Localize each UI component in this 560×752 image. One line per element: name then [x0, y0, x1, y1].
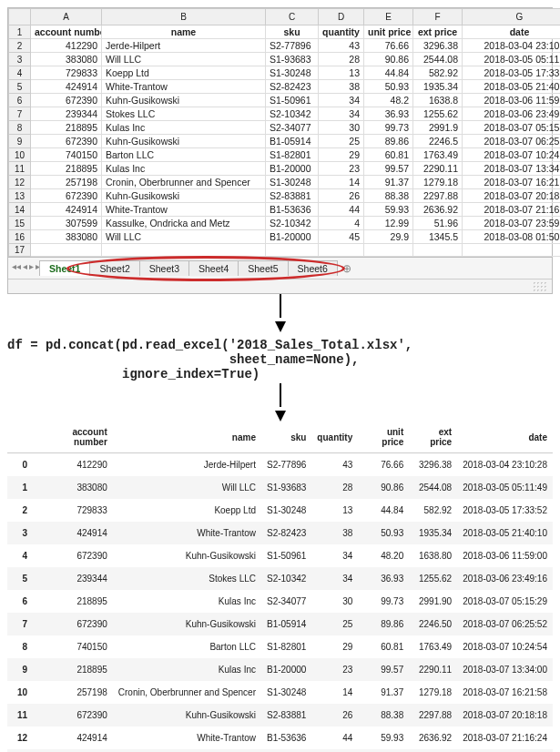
cell[interactable]: 99.57: [364, 162, 413, 176]
row-header[interactable]: 3: [9, 53, 31, 66]
cell[interactable]: 43: [319, 39, 364, 53]
cell[interactable]: 99.73: [364, 121, 413, 135]
cell[interactable]: 672390: [31, 135, 102, 148]
add-sheet-icon[interactable]: ⊕: [342, 262, 351, 275]
row-header[interactable]: 11: [9, 162, 31, 176]
cell[interactable]: 60.81: [364, 148, 413, 162]
cell[interactable]: 2636.92: [413, 203, 463, 217]
cell[interactable]: [463, 244, 561, 257]
cell[interactable]: 25: [319, 135, 364, 148]
cell[interactable]: 740150: [31, 148, 102, 162]
cell[interactable]: 1279.18: [413, 176, 463, 189]
cell[interactable]: 38: [319, 80, 364, 94]
cell[interactable]: 1345.5: [413, 230, 463, 244]
header-cell[interactable]: name: [102, 25, 266, 39]
cell[interactable]: 26: [319, 189, 364, 203]
cell[interactable]: 50.93: [364, 80, 413, 94]
col-header-E[interactable]: E: [364, 9, 413, 25]
cell[interactable]: B1-05914: [266, 135, 319, 148]
header-cell[interactable]: account number: [31, 25, 102, 39]
cell[interactable]: S2-10342: [266, 107, 319, 121]
cell[interactable]: 239344: [31, 107, 102, 121]
cell[interactable]: [364, 244, 413, 257]
row-header[interactable]: 13: [9, 189, 31, 203]
row-header[interactable]: 8: [9, 121, 31, 135]
cell[interactable]: 3296.38: [413, 39, 463, 53]
sheet-tab[interactable]: Sheet2: [89, 260, 139, 276]
cell[interactable]: [413, 244, 463, 257]
cell[interactable]: 412290: [31, 39, 102, 53]
cell[interactable]: 2018-03-05 05:11:49: [463, 53, 561, 66]
row-header[interactable]: 15: [9, 217, 31, 230]
cell[interactable]: 51.96: [413, 217, 463, 230]
cell[interactable]: 1255.62: [413, 107, 463, 121]
cell[interactable]: 2018-03-06 11:59:00: [463, 94, 561, 107]
sheet-tab[interactable]: Sheet3: [139, 260, 189, 276]
header-cell[interactable]: unit price: [364, 25, 413, 39]
cell[interactable]: 729833: [31, 66, 102, 80]
cell[interactable]: S1-82801: [266, 148, 319, 162]
cell[interactable]: 2018-03-07 10:24:54: [463, 148, 561, 162]
cell[interactable]: Kuhn-Gusikowski: [102, 189, 266, 203]
cell[interactable]: 90.86: [364, 53, 413, 66]
cell[interactable]: Koepp Ltd: [102, 66, 266, 80]
row-header[interactable]: 14: [9, 203, 31, 217]
cell[interactable]: 307599: [31, 217, 102, 230]
row-header[interactable]: 2: [9, 39, 31, 53]
cell[interactable]: 2018-03-04 23:10:28: [463, 39, 561, 53]
row-header[interactable]: 12: [9, 176, 31, 189]
cell[interactable]: 34: [319, 107, 364, 121]
cell[interactable]: 23: [319, 162, 364, 176]
cell[interactable]: 30: [319, 121, 364, 135]
cell[interactable]: 2018-03-07 16:21:58: [463, 176, 561, 189]
cell[interactable]: 2018-03-07 23:59:26: [463, 217, 561, 230]
cell[interactable]: 4: [319, 217, 364, 230]
col-header-A[interactable]: A: [31, 9, 102, 25]
header-cell[interactable]: ext price: [413, 25, 463, 39]
cell[interactable]: Kulas Inc: [102, 121, 266, 135]
cell[interactable]: S1-93683: [266, 53, 319, 66]
cell[interactable]: S2-10342: [266, 217, 319, 230]
cell[interactable]: 383080: [31, 230, 102, 244]
cell[interactable]: 2018-03-07 13:34:00: [463, 162, 561, 176]
col-header-B[interactable]: B: [102, 9, 266, 25]
row-header[interactable]: 5: [9, 80, 31, 94]
cell[interactable]: B1-53636: [266, 203, 319, 217]
cell[interactable]: 88.38: [364, 189, 413, 203]
cell[interactable]: Kulas Inc: [102, 162, 266, 176]
sheet-tab[interactable]: Sheet4: [188, 260, 239, 276]
cell[interactable]: 44: [319, 203, 364, 217]
cell[interactable]: Barton LLC: [102, 148, 266, 162]
cell[interactable]: Jerde-Hilpert: [102, 39, 266, 53]
row-header[interactable]: 1: [9, 25, 31, 39]
cell[interactable]: S2-34077: [266, 121, 319, 135]
cell[interactable]: 2297.88: [413, 189, 463, 203]
cell[interactable]: 2246.5: [413, 135, 463, 148]
cell[interactable]: 257198: [31, 176, 102, 189]
cell[interactable]: Kuhn-Gusikowski: [102, 94, 266, 107]
select-all-cell[interactable]: [9, 9, 31, 25]
cell[interactable]: 59.93: [364, 203, 413, 217]
cell[interactable]: S2-82423: [266, 80, 319, 94]
cell[interactable]: Cronin, Oberbrunner and Spencer: [102, 176, 266, 189]
cell[interactable]: 2018-03-05 17:33:52: [463, 66, 561, 80]
cell[interactable]: White-Trantow: [102, 80, 266, 94]
tab-nav-first-icon[interactable]: ◂◂: [12, 261, 21, 271]
cell[interactable]: 1935.34: [413, 80, 463, 94]
cell[interactable]: 672390: [31, 94, 102, 107]
cell[interactable]: 424914: [31, 80, 102, 94]
sheet-tab[interactable]: Sheet5: [238, 260, 288, 276]
cell[interactable]: 29: [319, 148, 364, 162]
cell[interactable]: 218895: [31, 121, 102, 135]
cell[interactable]: 44.84: [364, 66, 413, 80]
cell[interactable]: [102, 244, 266, 257]
cell[interactable]: 2290.11: [413, 162, 463, 176]
cell[interactable]: 1763.49: [413, 148, 463, 162]
row-header[interactable]: 6: [9, 94, 31, 107]
cell[interactable]: 2018-03-08 01:50:36: [463, 230, 561, 244]
cell[interactable]: 2991.9: [413, 121, 463, 135]
col-header-D[interactable]: D: [319, 9, 364, 25]
header-cell[interactable]: date: [463, 25, 561, 39]
row-header[interactable]: 7: [9, 107, 31, 121]
cell[interactable]: Kuhn-Gusikowski: [102, 135, 266, 148]
